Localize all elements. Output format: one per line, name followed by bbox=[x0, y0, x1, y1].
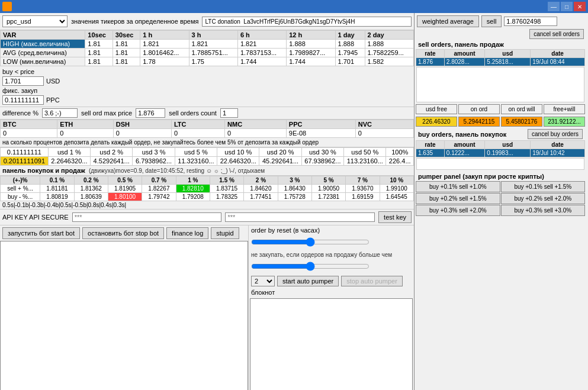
buy-price-row: buy < price bbox=[2, 68, 412, 75]
pm-cell: 1.64545 bbox=[380, 193, 413, 201]
pm-cell: 1.79742 bbox=[142, 193, 176, 201]
ticker-select[interactable]: ppc_usd bbox=[2, 15, 68, 27]
pumper-option-button[interactable]: buy +0.3% sell +3.0% bbox=[501, 205, 586, 216]
coin-header: BTC bbox=[1, 120, 57, 129]
api-key-input[interactable] bbox=[72, 212, 222, 222]
buy-panel-title: buy orders, панель покупок bbox=[418, 131, 506, 138]
api-row: API KEY API SECURE test key bbox=[0, 209, 414, 225]
var-1h-header: 1 h bbox=[140, 31, 189, 40]
fix-buy-row: фикс. закуп bbox=[2, 87, 412, 94]
fix-label: фикс. закуп bbox=[2, 87, 37, 94]
var-cell: 1.81 bbox=[85, 40, 113, 49]
sell-order-cell: 2.8028... bbox=[444, 58, 485, 66]
diff-input[interactable] bbox=[42, 108, 78, 118]
bottom-right-col: order by reset (в часах) не закупать, ес… bbox=[249, 225, 414, 390]
pumper-select[interactable]: 2 bbox=[251, 276, 275, 286]
wa-input[interactable] bbox=[504, 17, 557, 26]
buy-pm-row: buy - %...1.808191.806391.801001.797421.… bbox=[1, 193, 414, 201]
pct-label-cell: usd 20 % bbox=[259, 148, 301, 157]
coin-header: LTC bbox=[171, 120, 224, 129]
pm-header: 0.2 % bbox=[74, 176, 108, 185]
var-cell: 1.888 bbox=[287, 40, 335, 49]
pumper-option-button[interactable]: buy +0.2% sell +1.5% bbox=[416, 193, 500, 204]
app-icon bbox=[2, 2, 12, 11]
buy-order-cell: 0.19983... bbox=[485, 149, 531, 157]
sell-max-input[interactable] bbox=[136, 108, 165, 118]
sell-orders-space bbox=[416, 67, 584, 102]
buy-section: buy < price USD фикс. закуп PPC bbox=[0, 66, 414, 107]
var-col-header: VAR bbox=[1, 31, 85, 40]
weighted-average-button[interactable]: weighted average bbox=[417, 15, 479, 27]
var-cell: 1.81 bbox=[113, 49, 140, 57]
api-secure-input[interactable] bbox=[225, 212, 375, 222]
cancel-sell-row: cancel sell orders bbox=[416, 28, 585, 40]
pct-value-cell: 4.5292641... bbox=[91, 157, 133, 166]
close-button[interactable]: ✕ bbox=[574, 2, 586, 11]
var-cell: 1.7582259... bbox=[365, 49, 413, 57]
sell-header: date bbox=[531, 50, 585, 58]
diff-label: difference % bbox=[2, 109, 38, 117]
maximize-button[interactable]: □ bbox=[561, 2, 573, 11]
coin-header: NVC bbox=[355, 120, 413, 129]
pm-header: 1.5 % bbox=[210, 176, 243, 185]
balance-values-row: 226.46320 5.29442115 5.45802176 231.9212… bbox=[416, 117, 585, 127]
order-reset-slider[interactable] bbox=[251, 237, 369, 247]
cancel-sell-button[interactable]: cancel sell orders bbox=[529, 29, 584, 39]
coin-header: ETH bbox=[57, 120, 113, 129]
panel-header: панель покупок и продаж (движуха)move=0.… bbox=[0, 166, 414, 176]
start-bot-button[interactable]: запустить бот start bot bbox=[2, 227, 80, 239]
var-cell: 1.701 bbox=[335, 57, 365, 66]
var-cell: 1.7989827... bbox=[287, 49, 335, 57]
fix-val-input[interactable] bbox=[2, 95, 44, 105]
var-cell: 1.582 bbox=[365, 57, 413, 66]
bal-free-will-val: 231.92122... bbox=[544, 117, 585, 127]
var-table-row: LOW (мин.величина)1.811.811.781.751.7441… bbox=[1, 57, 414, 66]
no-buy-label: не закупать, если ордеров на продажу бол… bbox=[249, 250, 414, 259]
pm-cell: 1.81362 bbox=[74, 185, 108, 193]
stupid-button[interactable]: stupid bbox=[211, 227, 239, 239]
order-reset-row: order by reset (в часах) bbox=[249, 225, 414, 235]
var-6h-header: 6 h bbox=[237, 31, 286, 40]
sell-button[interactable]: sell bbox=[481, 15, 502, 27]
var-cell: 1.81 bbox=[85, 49, 113, 57]
var-cell: 1.81 bbox=[85, 57, 113, 66]
pumper-option-button[interactable]: buy +0.1% sell +1.0% bbox=[416, 181, 500, 192]
title-bar-controls: — □ ✕ bbox=[548, 2, 586, 11]
pm-header: 2 % bbox=[244, 176, 278, 185]
start-auto-pumper-button[interactable]: start auto pumper bbox=[277, 276, 339, 286]
balance-labels-row: usd free on ord on ord will free+will bbox=[416, 104, 585, 114]
var-cell: 1.888 bbox=[365, 40, 413, 49]
diff-row: difference % sell ord max price sell ord… bbox=[0, 107, 414, 120]
minimize-button[interactable]: — bbox=[548, 2, 560, 11]
buy-header: rate bbox=[416, 141, 445, 149]
finance-log-button[interactable]: finance log bbox=[166, 227, 208, 239]
var-table-row: AVG (сред.величина)1.811.811.8016462...1… bbox=[1, 49, 414, 57]
bal-free-will-label: free+will bbox=[544, 104, 585, 114]
sell-count-input[interactable] bbox=[220, 108, 238, 118]
pct-value-cell: 6.7938962... bbox=[133, 157, 175, 166]
pumper-option-button[interactable]: buy +0.1% sell +1.5% bbox=[501, 181, 586, 192]
bal-usd-free-label: usd free bbox=[416, 104, 457, 114]
buy-price-input[interactable] bbox=[2, 76, 44, 86]
stop-auto-pumper-button[interactable]: stop auto pumper bbox=[341, 276, 403, 286]
pumper-option-button[interactable]: buy +0.3% sell +2.0% bbox=[416, 205, 500, 216]
donation-input[interactable] bbox=[202, 17, 412, 27]
pumper-grid: buy +0.1% sell +1.0%buy +0.1% sell +1.5%… bbox=[416, 181, 585, 216]
coin-value: 0 bbox=[225, 129, 287, 138]
stop-bot-button[interactable]: остановить бот stop bot bbox=[82, 227, 164, 239]
sell-pm-row: sell + %...1.811811.813621.819051.822671… bbox=[1, 185, 414, 193]
pm-cell: 1.80639 bbox=[74, 193, 108, 201]
var-cell: 1.744 bbox=[287, 57, 335, 66]
pumper-option-button[interactable]: buy +0.2% sell +2.0% bbox=[501, 193, 586, 204]
var-30sec-header: 30sec bbox=[113, 31, 140, 40]
var-table-row: HIGH (макс.величина)1.811.811.8211.8211.… bbox=[1, 40, 414, 49]
cancel-buy-button[interactable]: cancel buy orders bbox=[528, 129, 583, 139]
no-buy-slider[interactable] bbox=[251, 262, 369, 271]
block-textarea[interactable] bbox=[250, 298, 413, 390]
pm-footer: 0.5s|-0.1b|-0.3b|-0.4b|0.5s|-0.5b|0.8s|0… bbox=[0, 201, 414, 209]
coin-value: 9E-08 bbox=[286, 129, 355, 138]
buy-header: usd bbox=[485, 141, 531, 149]
log-textarea[interactable] bbox=[0, 241, 248, 390]
test-key-button[interactable]: test key bbox=[378, 211, 412, 223]
big-bottom: запустить бот start bot остановить бот s… bbox=[0, 225, 414, 390]
